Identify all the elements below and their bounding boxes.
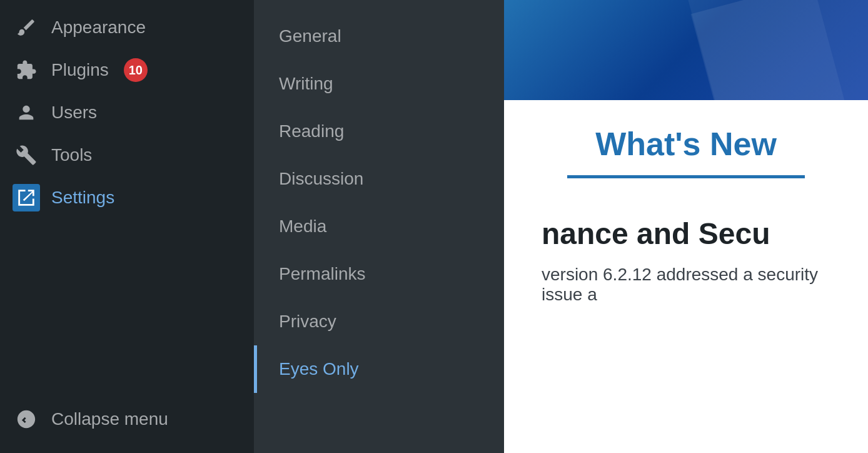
tools-icon [13,141,40,169]
submenu-item-permalinks-label: Permalinks [279,264,365,284]
sidebar-item-appearance-label: Appearance [51,18,146,38]
submenu-item-discussion[interactable]: Discussion [254,155,504,203]
submenu-item-media[interactable]: Media [254,203,504,250]
plugins-badge: 10 [124,58,148,82]
settings-submenu: General Writing Reading Discussion Media… [254,0,504,453]
whats-new-title: What's New [542,125,830,163]
users-icon [13,99,40,126]
whats-new-underline [567,175,805,178]
sidebar-item-settings[interactable]: Settings [0,176,254,219]
appearance-icon [13,14,40,41]
sidebar-item-collapse-label: Collapse menu [51,409,168,429]
submenu-item-reading-label: Reading [279,121,344,141]
submenu-item-media-label: Media [279,216,326,237]
main-content: What's New nance and Secu version 6.2.12… [504,100,868,330]
submenu-item-general-label: General [279,26,341,46]
sidebar: Appearance Plugins 10 Users Tools [0,0,254,453]
sidebar-item-settings-label: Settings [51,188,114,208]
submenu-item-general[interactable]: General [254,13,504,60]
submenu-item-discussion-label: Discussion [279,169,363,189]
submenu-item-writing[interactable]: Writing [254,60,504,108]
sidebar-item-plugins[interactable]: Plugins 10 [0,49,254,91]
collapse-icon [13,405,40,433]
sidebar-item-appearance[interactable]: Appearance [0,6,254,49]
sidebar-item-plugins-label: Plugins [51,60,109,80]
settings-icon [13,184,40,211]
sidebar-item-tools-label: Tools [51,145,92,165]
submenu-item-eyes-only-label: Eyes Only [279,359,359,379]
sidebar-item-users-label: Users [51,103,97,123]
main-content-area: What's New nance and Secu version 6.2.12… [504,0,868,453]
sidebar-item-collapse[interactable]: Collapse menu [0,398,254,440]
sidebar-item-tools[interactable]: Tools [0,134,254,176]
main-body-subtext: version 6.2.12 addressed a security issu… [542,265,830,305]
main-body-text-content: nance and Secu [542,217,770,250]
sidebar-item-users[interactable]: Users [0,91,254,134]
submenu-item-privacy-label: Privacy [279,312,336,332]
submenu-item-permalinks[interactable]: Permalinks [254,250,504,298]
submenu-item-eyes-only[interactable]: Eyes Only [254,345,504,393]
main-header [504,0,868,100]
plugins-icon [13,56,40,84]
main-body-text: nance and Secu [542,216,830,252]
submenu-item-reading[interactable]: Reading [254,108,504,155]
submenu-item-writing-label: Writing [279,74,333,94]
main-body-subtext-content: version 6.2.12 addressed a security issu… [542,265,818,304]
submenu-item-privacy[interactable]: Privacy [254,298,504,345]
